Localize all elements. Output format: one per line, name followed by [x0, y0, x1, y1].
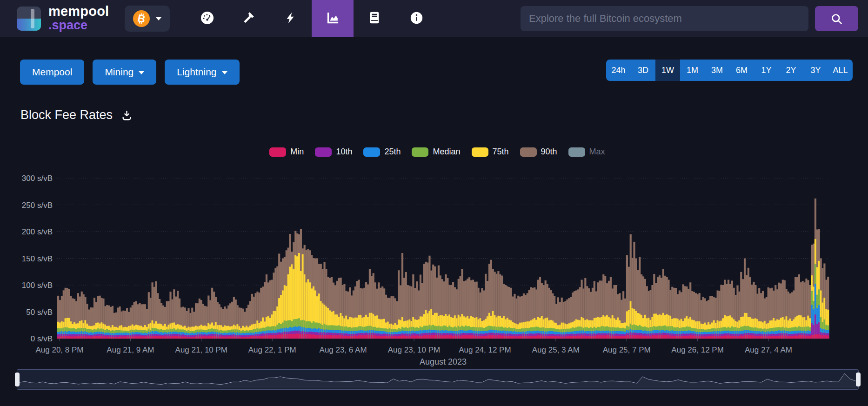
toolbar: MempoolMiningLightning 24h3D1W1M3M6M1Y2Y… [0, 60, 868, 86]
range-3d[interactable]: 3D [631, 60, 655, 81]
lightning-button[interactable]: Lightning [165, 60, 239, 85]
x-axis-tick-label: Aug 23, 6 AM [320, 346, 367, 354]
range-6m[interactable]: 6M [729, 60, 754, 81]
search-input[interactable] [521, 6, 808, 31]
y-axis-tick-label: 50 s/vB [26, 308, 53, 317]
brand-line2: .space [48, 19, 109, 32]
range-1w[interactable]: 1W [655, 60, 680, 81]
mining-button[interactable]: Mining [93, 60, 156, 85]
range-1m[interactable]: 1M [680, 60, 705, 81]
caret-down-icon [139, 71, 144, 74]
download-chart-button[interactable] [120, 109, 134, 124]
mempool-logo-icon [17, 7, 41, 31]
y-axis-tick-label: 0 s/vB [31, 334, 53, 343]
button-label: Mempool [32, 67, 72, 78]
caret-down-icon [222, 71, 227, 74]
page-title: Block Fee Rates [20, 108, 113, 122]
x-axis-tick-label: Aug 24, 12 PM [459, 346, 511, 354]
about-icon [410, 11, 423, 27]
y-axis-tick-label: 250 s/vB [22, 201, 53, 210]
y-axis-tick-label: 300 s/vB [22, 174, 53, 183]
mempool-button[interactable]: Mempool [20, 60, 84, 85]
datazoom-right-handle[interactable] [856, 373, 861, 386]
mining-icon [242, 11, 256, 27]
mempool-logo[interactable] [17, 7, 41, 31]
search-form [521, 6, 808, 31]
x-axis-tick-label: Aug 25, 3 AM [532, 346, 580, 354]
y-axis-tick-label: 200 s/vB [22, 227, 53, 236]
button-label: Lightning [177, 67, 216, 78]
search-icon [830, 13, 843, 25]
x-axis-tick-label: Aug 23, 10 PM [388, 346, 440, 354]
dashboard-icon [200, 11, 214, 27]
x-axis-month-label: August 2023 [420, 357, 467, 366]
currency-dropdown-button[interactable]: B [125, 6, 170, 32]
nav-item-lightning[interactable] [270, 0, 312, 37]
x-axis-tick-label: Aug 22, 1 PM [248, 346, 296, 354]
datazoom-slider[interactable] [17, 369, 859, 390]
search-button[interactable] [815, 6, 858, 31]
x-axis-tick-label: Aug 27, 4 AM [745, 346, 792, 354]
nav-item-dashboard[interactable] [186, 0, 228, 37]
title-row: Block Fee Rates [20, 106, 134, 124]
docs-icon [368, 11, 381, 27]
lightning-icon [285, 11, 297, 27]
nav-icon-menu [186, 0, 437, 37]
brand-line1: mempool [48, 5, 109, 18]
section-buttons: MempoolMiningLightning [20, 60, 240, 85]
x-axis-tick-label: Aug 21, 10 PM [175, 346, 227, 354]
bitcoin-icon: B [133, 10, 150, 27]
range-2y[interactable]: 2Y [779, 60, 803, 81]
x-axis-tick-label: Aug 21, 9 AM [107, 346, 154, 354]
nav-item-about[interactable] [395, 0, 437, 37]
x-axis-tick-label: Aug 26, 12 PM [671, 346, 723, 354]
mempool-graphs-page: { "navbar": { "brand": { "line1": "mempo… [0, 0, 868, 406]
range-3m[interactable]: 3M [705, 60, 729, 81]
range-1y[interactable]: 1Y [754, 60, 779, 81]
nav-item-docs[interactable] [354, 0, 395, 37]
datazoom-sparkline [17, 370, 858, 389]
download-icon [121, 110, 133, 121]
y-axis-tick-label: 100 s/vB [22, 281, 53, 290]
y-axis-tick-label: 150 s/vB [22, 254, 53, 263]
x-axis-tick-label: Aug 20, 8 PM [35, 346, 83, 354]
nav-item-graphs[interactable] [312, 0, 354, 37]
time-range-selector: 24h3D1W1M3M6M1Y2Y3YALL [606, 60, 853, 81]
caret-down-icon [155, 17, 162, 20]
brand[interactable]: mempool .space [48, 5, 109, 32]
graphs-icon [326, 11, 340, 27]
navbar: mempool .space B [0, 0, 868, 37]
range-24h[interactable]: 24h [606, 60, 631, 81]
nav-item-mining[interactable] [228, 0, 270, 37]
datazoom-left-handle[interactable] [15, 373, 20, 386]
range-all[interactable]: ALL [828, 60, 853, 81]
x-axis-tick-label: Aug 25, 7 PM [603, 346, 651, 354]
range-3y[interactable]: 3Y [803, 60, 828, 81]
block-fee-rates-chart[interactable]: 0 s/vB50 s/vB100 s/vB150 s/vB200 s/vB250… [0, 140, 868, 370]
button-label: Mining [105, 67, 134, 78]
